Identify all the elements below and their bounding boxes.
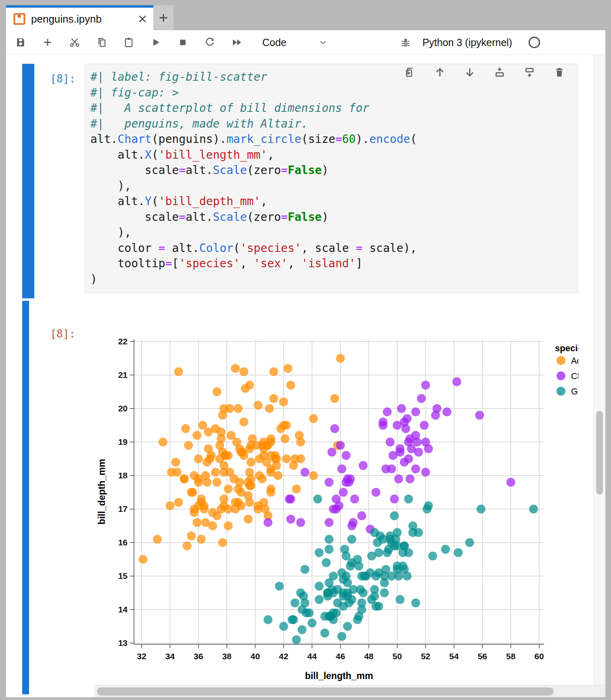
y-tick-label: 22 <box>118 337 128 346</box>
y-axis-title: bill_depth_mm <box>96 459 107 524</box>
stop-button[interactable] <box>169 32 196 53</box>
legend-label: Adelie <box>571 356 578 366</box>
code-line: alt.Y('bill_depth_mm', <box>90 194 578 210</box>
move-up-icon[interactable] <box>434 66 446 78</box>
legend-label: Chinstrap <box>571 371 578 381</box>
copy-button[interactable] <box>88 32 115 53</box>
debugger-icon[interactable] <box>400 37 411 48</box>
run-all-button[interactable] <box>223 32 250 53</box>
output-cell-collapser[interactable] <box>22 301 29 694</box>
run-button[interactable] <box>142 32 169 53</box>
cut-button[interactable] <box>61 32 88 53</box>
tab-title: penguins.ipynb <box>31 13 136 25</box>
kernel-status-icon[interactable] <box>527 36 541 49</box>
x-axis: 323436384042444648505254565860bill_lengt… <box>134 644 544 681</box>
stop-icon <box>177 37 188 48</box>
notebook-icon <box>13 13 25 25</box>
series-adelie <box>139 354 345 564</box>
x-tick-label: 58 <box>506 652 516 661</box>
code-line: #| penguins, made with Altair. <box>90 116 578 132</box>
y-tick-label: 13 <box>118 638 128 648</box>
x-axis-title: bill_length_mm <box>305 671 373 681</box>
notebook-toolbar: Code Python 3 (ipykernel) <box>6 30 605 55</box>
save-icon <box>15 37 26 48</box>
insert-above-icon[interactable] <box>494 66 506 78</box>
y-tick-label: 16 <box>118 538 128 547</box>
code-block[interactable]: #| label: fig-bill-scatter#| fig-cap: >#… <box>85 64 578 287</box>
x-tick-label: 46 <box>336 652 345 661</box>
vertical-scrollbar[interactable] <box>593 55 605 697</box>
code-line: ) <box>90 272 578 287</box>
legend-label: Gentoo <box>571 387 578 396</box>
code-line: #| fig-cap: > <box>90 85 578 101</box>
legend: speciesAdelieChinstrapGentoo <box>555 343 578 396</box>
y-tick-label: 15 <box>118 571 128 581</box>
y-tick-label: 18 <box>118 471 128 480</box>
x-tick-label: 54 <box>449 652 459 661</box>
chevron-down-icon <box>318 38 328 47</box>
restart-kernel-button[interactable] <box>196 32 223 53</box>
code-cell-editor[interactable]: #| label: fig-bill-scatter#| fig-cap: >#… <box>85 64 578 293</box>
code-line: #| A scatterplot of bill dimensions for <box>90 101 578 116</box>
x-tick-label: 36 <box>194 652 203 661</box>
notebook-panel: Code Python 3 (ipykernel) [8]: <box>6 30 605 697</box>
y-axis: 13141516171819202122bill_depth_mm <box>96 337 134 648</box>
y-tick-label: 19 <box>118 437 128 446</box>
vertical-scrollbar-thumb[interactable] <box>596 411 603 495</box>
y-tick-label: 14 <box>118 605 128 614</box>
tab-bar: penguins.ipynb <box>0 0 611 30</box>
save-button[interactable] <box>7 32 34 53</box>
chart-output: 323436384042444648505254565860bill_lengt… <box>93 304 578 691</box>
x-tick-label: 32 <box>137 652 146 661</box>
x-tick-label: 48 <box>364 652 374 661</box>
code-line: ), <box>90 178 578 194</box>
jupyterlab-window: penguins.ipynb <box>0 0 611 700</box>
insert-below-icon[interactable] <box>523 66 536 78</box>
x-tick-label: 42 <box>279 652 288 661</box>
code-line: ), <box>90 225 578 241</box>
scatter-chart[interactable]: 323436384042444648505254565860bill_lengt… <box>93 304 578 691</box>
kernel-name[interactable]: Python 3 (ipykernel) <box>423 37 512 48</box>
legend-title: species <box>555 343 578 353</box>
insert-cell-button[interactable] <box>34 32 61 53</box>
x-tick-label: 56 <box>478 652 487 661</box>
cut-icon <box>69 37 80 48</box>
legend-swatch <box>557 371 565 380</box>
horizontal-scrollbar[interactable] <box>94 685 605 697</box>
input-prompt: [8]: <box>38 73 75 85</box>
run-icon <box>150 37 161 48</box>
x-tick-label: 50 <box>393 652 402 661</box>
y-tick-label: 20 <box>118 404 128 413</box>
notebook-area: [8]: #| label: fig-bill-scatter#| fig-ca… <box>6 55 605 697</box>
cell-type-value: Code <box>262 37 287 48</box>
output-prompt: [8]: <box>38 328 75 340</box>
paste-button[interactable] <box>115 32 142 53</box>
plus-icon <box>42 37 53 48</box>
copy-icon <box>96 37 107 48</box>
x-tick-label: 52 <box>421 652 430 661</box>
new-tab-button[interactable] <box>153 5 174 30</box>
x-tick-label: 40 <box>251 652 260 661</box>
tab-penguins-ipynb[interactable]: penguins.ipynb <box>6 5 153 30</box>
y-tick-label: 21 <box>118 370 128 379</box>
cell-toolbar <box>404 66 565 78</box>
plus-icon <box>157 12 169 24</box>
code-line: alt.Chart(penguins).mark_circle(size=60)… <box>90 132 578 147</box>
run-all-icon <box>231 37 243 48</box>
x-tick-label: 60 <box>534 652 544 661</box>
y-tick-label: 17 <box>118 504 128 513</box>
code-line: scale=alt.Scale(zero=False) <box>90 163 578 178</box>
series-gentoo <box>264 495 538 644</box>
move-down-icon[interactable] <box>464 66 476 78</box>
close-icon[interactable] <box>136 13 149 25</box>
horizontal-scrollbar-thumb[interactable] <box>97 687 554 696</box>
code-line: alt.X('bill_length_mm', <box>90 147 578 163</box>
duplicate-cell-button[interactable] <box>404 66 416 78</box>
restart-icon <box>204 37 216 48</box>
x-tick-label: 38 <box>222 652 232 661</box>
code-line: color = alt.Color('species', scale = sca… <box>90 241 578 256</box>
code-cell-collapser[interactable] <box>22 64 34 298</box>
cell-type-dropdown[interactable]: Code <box>257 32 333 53</box>
delete-cell-icon[interactable] <box>553 66 565 78</box>
code-line: scale=alt.Scale(zero=False) <box>90 210 578 225</box>
